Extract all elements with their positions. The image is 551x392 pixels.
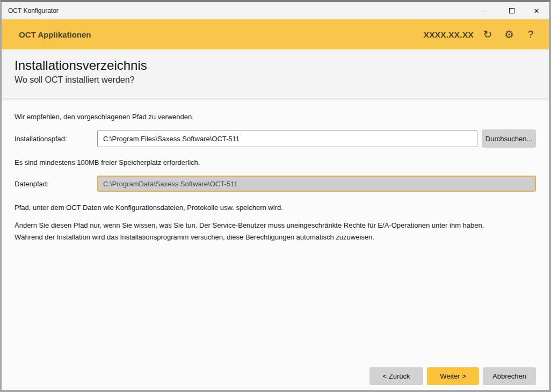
titlebar: OCT Konfigurator ✕ <box>2 2 549 19</box>
data-path-label: Datenpfad: <box>15 180 97 188</box>
cancel-button[interactable]: Abbrechen <box>483 367 536 385</box>
intro-text: Wir empfehlen, den vorgeschlagenen Pfad … <box>15 113 536 121</box>
warning-line-2: Während der Installation wird das Instal… <box>15 231 536 243</box>
gear-icon: ⚙ <box>504 28 514 41</box>
close-icon: ✕ <box>534 7 540 15</box>
version-label: XXXX.XX.XX <box>424 30 474 39</box>
disk-space-note: Es sind mindestens 100MB freier Speicher… <box>15 158 536 166</box>
install-path-label: Installationspfad: <box>15 135 97 143</box>
close-button[interactable]: ✕ <box>524 2 549 19</box>
warning-line-1: Ändern Sie diesen Pfad nur, wenn Sie wis… <box>15 220 536 231</box>
page-subtitle: Wo soll OCT installiert werden? <box>15 75 536 85</box>
window-title: OCT Konfigurator <box>2 7 475 14</box>
data-path-note: Pfad, unter dem OCT Daten wie Konfigurat… <box>15 204 536 212</box>
data-path-row: Datenpfad: <box>15 176 536 192</box>
back-button[interactable]: < Zurück <box>369 367 423 385</box>
app-title: OCT Applikationen <box>19 30 91 39</box>
refresh-icon: ↻ <box>483 28 492 41</box>
main-content: Wir empfehlen, den vorgeschlagenen Pfad … <box>2 99 549 367</box>
install-path-input[interactable] <box>97 130 477 147</box>
minimize-button[interactable] <box>475 2 499 19</box>
wizard-footer: < Zurück Weiter > Abbrechen <box>2 367 549 390</box>
minimize-icon <box>484 11 490 11</box>
warning-text: Ändern Sie diesen Pfad nur, wenn Sie wis… <box>15 220 536 243</box>
data-path-input[interactable] <box>97 176 536 192</box>
oct-konfigurator-window: OCT Konfigurator ✕ OCT Applikationen XXX… <box>0 0 551 392</box>
help-icon: ? <box>528 28 534 40</box>
help-button[interactable]: ? <box>520 24 541 45</box>
page-heading-section: Installationsverzeichnis Wo soll OCT ins… <box>2 49 549 99</box>
next-button[interactable]: Weiter > <box>427 367 479 385</box>
maximize-icon <box>509 8 514 13</box>
install-path-row: Installationspfad: Durchsuchen... <box>15 129 536 148</box>
browse-button[interactable]: Durchsuchen... <box>482 129 536 148</box>
app-header-actions: XXXX.XX.XX ↻ ⚙ ? <box>424 24 541 45</box>
page-title: Installationsverzeichnis <box>15 57 536 74</box>
settings-button[interactable]: ⚙ <box>498 24 520 45</box>
maximize-button[interactable] <box>499 2 524 19</box>
app-header: OCT Applikationen XXXX.XX.XX ↻ ⚙ ? <box>2 19 549 49</box>
refresh-button[interactable]: ↻ <box>477 24 498 45</box>
